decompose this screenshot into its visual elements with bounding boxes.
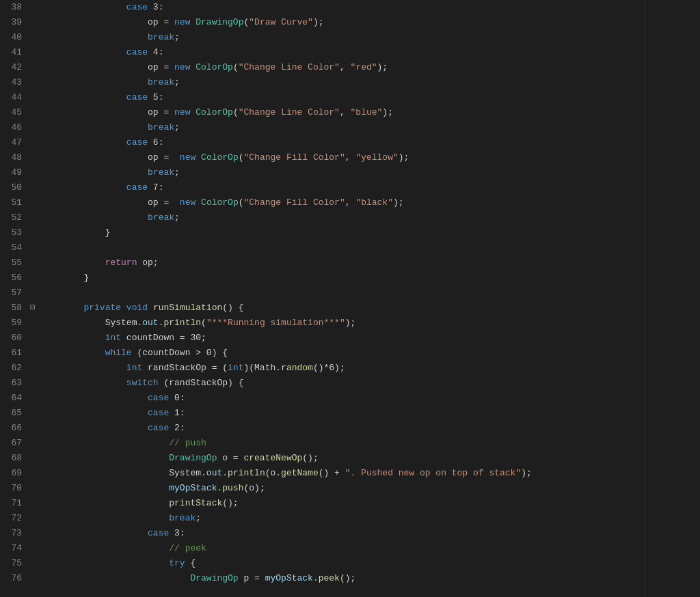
line-number: 69	[0, 466, 27, 481]
token: DrawingOp	[196, 17, 243, 27]
token: "yellow"	[355, 152, 398, 163]
token	[41, 438, 169, 448]
code-content: DrawingOp o = createNewOp();	[38, 451, 700, 466]
code-line: 49 break;	[0, 165, 700, 180]
code-content: printStack();	[38, 496, 700, 511]
token: ;	[174, 77, 180, 87]
line-number: 64	[0, 391, 27, 406]
code-content: int countDown = 30;	[38, 331, 700, 346]
token: ColorOp	[196, 62, 233, 72]
line-number: 44	[0, 90, 27, 105]
fold-indicator	[27, 240, 38, 255]
code-line: 76 DrawingOp p = myOpStack.peek();	[0, 571, 700, 586]
token	[41, 423, 148, 433]
code-content: try {	[38, 556, 700, 571]
code-content: }	[38, 225, 700, 240]
token: 3:	[169, 528, 185, 538]
code-line: 68 DrawingOp o = createNewOp();	[0, 451, 700, 466]
token: 6:	[148, 137, 163, 148]
line-number: 71	[0, 496, 27, 511]
token: myOpStack	[169, 483, 217, 493]
line-number: 42	[0, 60, 27, 75]
token: (o);	[243, 483, 265, 493]
token: println	[163, 318, 201, 328]
token: "Change Line Color"	[239, 107, 340, 117]
token: 5:	[148, 92, 163, 102]
token: "red"	[351, 62, 377, 72]
fold-indicator	[27, 451, 38, 466]
token: (randStackOp) {	[159, 378, 244, 388]
code-line: 43 break;	[0, 75, 700, 90]
token	[41, 453, 169, 463]
token: ,	[345, 197, 356, 208]
line-number: 68	[0, 451, 27, 466]
token: =	[159, 17, 174, 27]
code-line: 56 }	[0, 270, 700, 286]
token	[41, 107, 148, 117]
token: ". Pushed new op on top of stack"	[345, 468, 521, 478]
token: ColorOp	[196, 107, 233, 117]
token: DrawingOp	[190, 573, 238, 583]
fold-indicator	[27, 270, 38, 286]
line-number: 61	[0, 346, 27, 361]
code-content: case 0:	[38, 391, 700, 406]
token: p =	[239, 573, 265, 583]
code-content: case 2:	[38, 421, 700, 436]
token	[41, 197, 148, 208]
code-content	[38, 240, 700, 255]
fold-indicator	[27, 180, 38, 195]
code-line: 44 case 5:	[0, 90, 700, 105]
token: "***Running simulation***"	[206, 318, 345, 328]
token: System	[169, 468, 201, 478]
token: .	[313, 573, 319, 583]
token: .	[201, 468, 206, 478]
token: =	[159, 62, 174, 72]
token: (	[239, 152, 244, 163]
fold-indicator[interactable]: ⊟	[27, 301, 38, 316]
token: ;	[174, 167, 180, 178]
token: "Change Fill Color"	[244, 197, 345, 208]
line-number: 63	[0, 376, 27, 391]
line-number: 56	[0, 270, 27, 286]
code-line: 58⊟ private void runSimulation() {	[0, 301, 700, 316]
fold-indicator	[27, 165, 38, 180]
fold-indicator	[27, 571, 38, 586]
token: break	[148, 77, 174, 87]
fold-indicator	[27, 526, 38, 541]
fold-indicator	[27, 331, 38, 346]
code-content: case 7:	[38, 180, 700, 195]
token: (o.	[265, 468, 281, 478]
token: ColorOp	[201, 197, 239, 208]
code-content: myOpStack.push(o);	[38, 481, 700, 496]
token	[121, 303, 126, 313]
token: break	[169, 513, 196, 523]
code-line: 57	[0, 286, 700, 301]
token	[148, 303, 153, 313]
token: ;	[174, 32, 180, 42]
fold-indicator	[27, 255, 38, 270]
code-content: break;	[38, 120, 700, 135]
line-number: 43	[0, 75, 27, 90]
token: push	[222, 483, 243, 493]
token: while	[105, 348, 132, 358]
code-line: 41 case 4:	[0, 45, 700, 60]
token: ()*6);	[313, 363, 345, 373]
code-content: System.out.println(o.getName() + ". Push…	[38, 466, 700, 481]
line-number: 46	[0, 120, 27, 135]
line-number: 53	[0, 225, 27, 240]
line-number: 55	[0, 255, 27, 270]
fold-indicator	[27, 0, 38, 15]
fold-indicator	[27, 45, 38, 60]
token: new	[174, 107, 190, 117]
code-content: return op;	[38, 255, 700, 270]
line-number: 73	[0, 526, 27, 541]
code-content: private void runSimulation() {	[38, 301, 700, 316]
token	[41, 167, 148, 178]
code-line: 38 case 3:	[0, 0, 700, 15]
code-content: int randStackOp = (int)(Math.random()*6)…	[38, 361, 700, 376]
token	[41, 122, 148, 133]
token: "black"	[355, 197, 393, 208]
token	[41, 378, 126, 388]
fold-indicator	[27, 15, 38, 30]
fold-indicator	[27, 361, 38, 376]
